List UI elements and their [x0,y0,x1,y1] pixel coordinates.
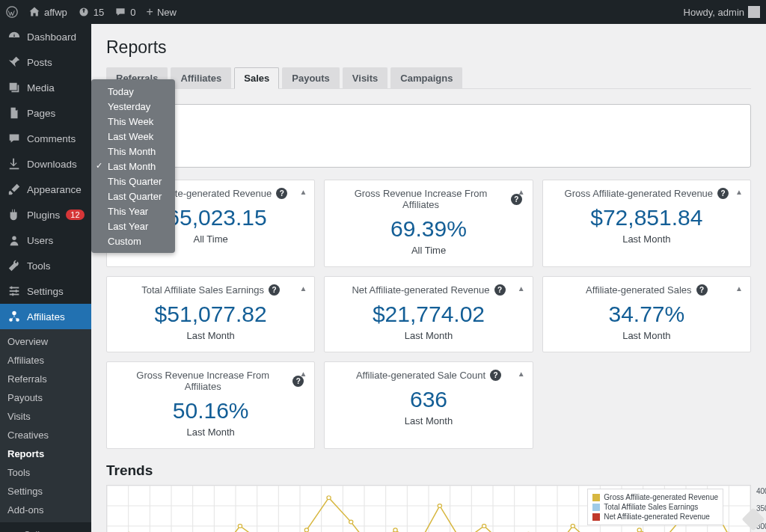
card-value: 636 [335,387,521,412]
svg-point-0 [7,7,17,17]
site-link[interactable]: affwp [28,6,67,18]
sidebar-item-dashboard[interactable]: Dashboard [0,24,91,49]
date-option-this-quarter[interactable]: This Quarter [91,174,175,189]
sidebar-item-downloads[interactable]: Downloads [0,151,91,177]
sidebar-item-affiliates[interactable]: Affiliates [0,304,91,329]
wp-logo[interactable] [6,6,18,18]
card-toggle-icon[interactable]: ▲ [518,284,525,293]
tab-campaigns[interactable]: Campaigns [390,67,462,89]
trends-heading: Trends [106,462,751,479]
sidebar-item-media[interactable]: Media [0,75,91,100]
updates-link[interactable]: 15 [78,6,104,18]
stat-card-3: ▲Total Affiliate Sales Earnings?$51,077.… [106,276,315,352]
new-link[interactable]: +New [147,5,177,19]
svg-rect-5 [11,287,13,290]
sidebar-item-comments[interactable]: Comments [0,126,91,151]
svg-point-1 [12,236,16,240]
card-toggle-icon[interactable]: ▲ [299,188,307,196]
sidebar-item-posts[interactable]: Posts [0,49,91,75]
update-badge: 12 [66,210,84,220]
submenu-payouts[interactable]: Payouts [0,388,91,407]
card-value: 50.16% [117,398,304,424]
card-period: Last Month [117,330,304,341]
sidebar-item-label: Pages [27,108,55,119]
card-period: Last Month [117,426,304,438]
legend-item: Total Affiliate Sales Earnings [592,502,718,512]
admin-bar: affwp 15 0 +New Howdy, admin [0,0,766,24]
card-value: $72,851.84 [554,205,740,230]
card-value: $51,077.82 [117,302,304,327]
sidebar-item-pages[interactable]: Pages [0,100,91,126]
stat-card-5: ▲Affiliate-generated Sales?34.77%Last Mo… [542,276,751,352]
card-toggle-icon[interactable]: ▲ [299,284,307,293]
date-option-custom[interactable]: Custom [91,233,175,248]
howdy-link[interactable]: Howdy, admin [684,6,760,18]
submenu-visits[interactable]: Visits [0,407,91,426]
svg-point-69 [571,525,574,528]
card-value: 34.77% [554,302,740,327]
sidebar-item-tools[interactable]: Tools [0,253,91,278]
date-option-last-year[interactable]: Last Year [91,218,175,233]
tab-visits[interactable]: Visits [343,67,387,89]
date-option-this-week[interactable]: This Week [91,114,175,129]
admin-sidebar: DashboardPostsMediaPagesCommentsDownload… [0,24,91,532]
page-title: Reports [106,31,751,67]
submenu-affiliates[interactable]: Affiliates [0,351,91,370]
help-icon[interactable]: ? [276,188,287,199]
tab-payouts[interactable]: Payouts [282,67,340,89]
submenu-creatives[interactable]: Creatives [0,426,91,444]
submenu-reports[interactable]: Reports [0,444,91,463]
date-option-this-month[interactable]: This Month [91,144,175,159]
card-toggle-icon[interactable]: ▲ [735,284,743,293]
legend-swatch [592,494,600,501]
help-icon[interactable]: ? [494,284,506,296]
date-range-dropdown[interactable]: TodayYesterdayThis WeekLast WeekThis Mon… [91,79,175,253]
tab-affiliates[interactable]: Affiliates [171,67,231,89]
help-icon[interactable]: ? [490,370,501,381]
date-option-this-year[interactable]: This Year [91,204,175,218]
card-period: Last Month [554,330,740,341]
chart-legend: Gross Affiliate-generated RevenueTotal A… [587,489,723,525]
svg-point-8 [12,311,16,315]
date-option-last-week[interactable]: Last Week [91,129,175,144]
stat-card-1: ▲Gross Revenue Increase From Affiliates?… [324,180,533,267]
help-icon[interactable]: ? [696,284,708,296]
card-toggle-icon[interactable]: ▲ [518,370,525,378]
date-option-today[interactable]: Today [91,84,175,99]
date-option-yesterday[interactable]: Yesterday [91,99,175,114]
sidebar-item-plugins[interactable]: Plugins12 [0,202,91,227]
submenu-add-ons[interactable]: Add-ons [0,501,91,519]
svg-point-61 [393,528,397,532]
card-period: Last Month [335,330,521,341]
card-toggle-icon[interactable]: ▲ [518,188,525,196]
sidebar-item-label: Users [27,235,53,246]
card-toggle-icon[interactable]: ▲ [735,188,743,196]
submenu-overview[interactable]: Overview [0,332,91,351]
tab-sales[interactable]: Sales [234,67,279,89]
submenu-settings[interactable]: Settings [0,482,91,501]
card-period: Last Month [335,415,521,426]
date-option-last-month[interactable]: Last Month [91,159,175,174]
card-title: Total Affiliate Sales Earnings [141,284,264,296]
sidebar-item-settings[interactable]: Settings [0,278,91,304]
card-period: Last Month [554,233,740,245]
card-toggle-icon[interactable]: ▲ [299,370,307,378]
card-value: $21,774.02 [335,302,521,327]
card-value: 69.39% [335,216,521,242]
collapse-menu[interactable]: Collapse menu [0,522,91,532]
comments-link[interactable]: 0 [114,6,135,18]
avatar [748,6,760,18]
sidebar-item-users[interactable]: Users [0,227,91,253]
submenu-tools[interactable]: Tools [0,463,91,482]
report-tabs: ReferralsAffiliatesSalesPayoutsVisitsCam… [106,67,751,89]
sidebar-item-label: Dashboard [27,31,76,43]
help-icon[interactable]: ? [717,188,729,199]
date-option-last-quarter[interactable]: Last Quarter [91,189,175,204]
svg-point-72 [637,528,641,532]
submenu-referrals[interactable]: Referrals [0,370,91,388]
legend-item: Net Affiliate-generated Revenue [592,512,718,522]
sidebar-item-appearance[interactable]: Appearance [0,177,91,202]
svg-rect-6 [16,290,17,293]
help-icon[interactable]: ? [269,284,280,296]
card-title: Gross Affiliate-generated Revenue [565,188,714,199]
